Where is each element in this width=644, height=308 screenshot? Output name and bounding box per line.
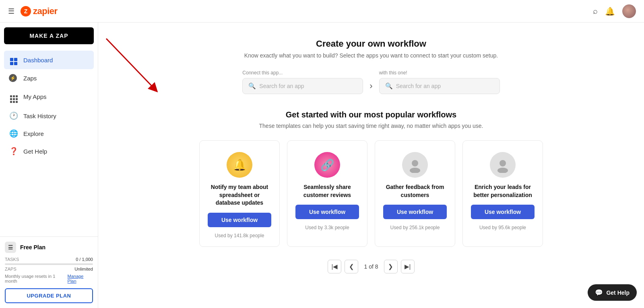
topbar-right: ⌕ 🔔 [593, 4, 636, 18]
svg-point-6 [500, 160, 506, 166]
topbar: ☰ Z zapier ⌕ 🔔 [0, 0, 644, 23]
search-placeholder-2: Search for an app [396, 83, 441, 89]
create-workflow-subtitle: Know exactly what you want to build? Sel… [244, 52, 498, 59]
plan-name: Free Plan [20, 244, 45, 251]
workflow-cards-row: 🔔 Notify my team about spreadsheet or da… [199, 140, 543, 247]
use-workflow-button-notify-team[interactable]: Use workflow [208, 213, 271, 227]
workflow-card-enrich-leads: Enrich your leads for better personaliza… [462, 140, 543, 247]
logo-text: zapier [33, 6, 58, 16]
pagination: |◀ ❮ 1 of 8 ❯ ▶| [328, 260, 414, 273]
popular-workflows-subtitle: These templates can help you start savin… [259, 123, 483, 129]
workflow-card-gather-feedback: Gather feedback from customers Use workf… [375, 140, 455, 247]
monthly-reset-text: Monthly usage resets in 1 month [5, 274, 68, 283]
pagination-label: 1 of 8 [361, 263, 380, 270]
pagination-last-button[interactable]: ▶| [401, 260, 415, 273]
explore-icon: 🌐 [9, 129, 19, 138]
gather-feedback-title: Gather feedback from customers [383, 183, 447, 199]
tasks-row: TASKS 0 / 1,000 [5, 257, 93, 262]
svg-point-4 [412, 160, 418, 166]
sidebar-item-explore-label: Explore [23, 130, 44, 137]
my-apps-icon [9, 91, 19, 103]
plan-icon: ☰ [5, 242, 16, 253]
use-workflow-button-enrich-leads[interactable]: Use workflow [471, 205, 535, 219]
search-icon[interactable]: ⌕ [593, 6, 598, 16]
sidebar-item-task-history[interactable]: 🕐 Task History [4, 107, 94, 124]
connect-label-1: Connect this app... [242, 70, 363, 76]
workflow-card-share-reviews: 🔗 Seamlessly share customer reviews Use … [287, 140, 367, 247]
share-reviews-used-by: Used by 3.3k people [305, 225, 349, 230]
avatar-image [622, 4, 636, 18]
pagination-first-button[interactable]: |◀ [328, 260, 341, 273]
upgrade-plan-button[interactable]: UPGRADE PLAN [5, 288, 93, 303]
get-help-floating-button[interactable]: 💬 Get Help [588, 284, 637, 301]
zaps-icon: ⚡ [9, 74, 19, 82]
use-workflow-button-share-reviews[interactable]: Use workflow [295, 205, 359, 219]
notify-team-icon: 🔔 [227, 152, 252, 178]
search-icon-2: 🔍 [385, 82, 393, 90]
logo[interactable]: Z zapier [20, 6, 58, 17]
connect-label-2: with this one! [379, 70, 500, 76]
sidebar-item-explore[interactable]: 🌐 Explore [4, 125, 94, 142]
sidebar-plan: ☰ Free Plan TASKS 0 / 1,000 ZAPS Unlimit… [0, 236, 98, 308]
enrich-leads-used-by: Used by 95.6k people [479, 225, 526, 230]
svg-point-5 [410, 168, 420, 173]
sidebar-nav: MAKE A ZAP Dashboard ⚡ Zaps [0, 23, 98, 236]
sidebar-item-my-apps[interactable]: My Apps [4, 87, 94, 107]
manage-plan-link[interactable]: Manage Plan [68, 274, 93, 283]
pagination-prev-button[interactable]: ❮ [345, 260, 358, 273]
zaps-value: Unlimited [74, 267, 93, 271]
task-history-icon: 🕐 [9, 111, 19, 120]
make-zap-button[interactable]: MAKE A ZAP [4, 27, 94, 44]
connect-with-app-box: with this one! 🔍 Search for an app [379, 70, 500, 94]
app-connect-row: Connect this app... 🔍 Search for an app … [242, 70, 500, 94]
pagination-next-button[interactable]: ❯ [384, 260, 398, 273]
create-workflow-title: Create your own workflow [316, 39, 426, 49]
gather-feedback-icon [402, 152, 428, 178]
notify-team-title: Notify my team about spreadsheet or data… [208, 183, 271, 207]
sidebar-item-get-help-label: Get Help [23, 148, 47, 155]
zaps-label: ZAPS [5, 267, 17, 271]
connect-arrow: › [369, 81, 372, 91]
search-icon-1: 🔍 [248, 82, 256, 90]
sidebar-item-dashboard-label: Dashboard [23, 57, 53, 64]
bell-icon[interactable]: 🔔 [605, 6, 615, 16]
menu-icon[interactable]: ☰ [8, 7, 14, 16]
svg-text:Z: Z [24, 8, 28, 14]
search-app-input-2[interactable]: 🔍 Search for an app [379, 78, 500, 94]
topbar-left: ☰ Z zapier [8, 6, 58, 17]
manage-plan-row: Monthly usage resets in 1 month Manage P… [5, 274, 93, 283]
dashboard-icon [9, 55, 19, 65]
use-workflow-button-gather-feedback[interactable]: Use workflow [383, 205, 447, 219]
tasks-value: 0 / 1,000 [76, 257, 93, 262]
search-app-input-1[interactable]: 🔍 Search for an app [242, 78, 363, 94]
gather-feedback-used-by: Used by 256.1k people [390, 225, 440, 230]
sidebar: MAKE A ZAP Dashboard ⚡ Zaps [0, 23, 98, 308]
leads-user-icon [495, 157, 511, 173]
main-layout: MAKE A ZAP Dashboard ⚡ Zaps [0, 23, 644, 308]
sidebar-item-zaps[interactable]: ⚡ Zaps [4, 70, 94, 86]
search-placeholder-1: Search for an app [259, 83, 304, 89]
popular-workflows-title: Get started with our most popular workfl… [286, 110, 456, 119]
sidebar-item-get-help[interactable]: ❓ Get Help [4, 143, 94, 160]
zaps-row: ZAPS Unlimited [5, 267, 93, 271]
zapier-logo-icon: Z [20, 6, 31, 17]
notify-team-used-by: Used by 141.8k people [215, 233, 264, 238]
chat-bubble-icon: 💬 [595, 289, 603, 296]
sidebar-item-my-apps-label: My Apps [23, 93, 47, 100]
sidebar-item-dashboard[interactable]: Dashboard [4, 51, 94, 69]
avatar[interactable] [622, 4, 636, 18]
get-help-icon: ❓ [9, 147, 19, 156]
tasks-label: TASKS [5, 257, 19, 262]
share-reviews-title: Seamlessly share customer reviews [295, 183, 359, 199]
get-help-label: Get Help [606, 290, 630, 296]
plan-header: ☰ Free Plan [5, 242, 93, 253]
tasks-progress-bar-bg [5, 263, 93, 265]
enrich-leads-title: Enrich your leads for better personaliza… [471, 183, 535, 199]
workflow-card-notify-team: 🔔 Notify my team about spreadsheet or da… [199, 140, 280, 247]
svg-point-7 [497, 168, 508, 173]
sidebar-item-zaps-label: Zaps [23, 75, 37, 82]
sidebar-item-task-history-label: Task History [23, 113, 56, 119]
share-reviews-icon: 🔗 [314, 152, 340, 178]
main-content: Create your own workflow Know exactly wh… [98, 23, 644, 308]
enrich-leads-icon [490, 152, 516, 178]
